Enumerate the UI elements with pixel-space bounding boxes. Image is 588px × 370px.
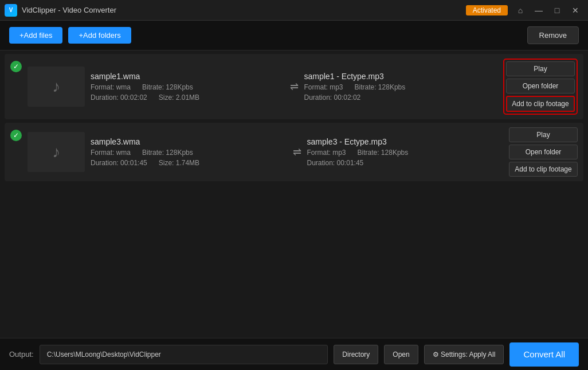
open-folder-button[interactable]: Open folder <box>506 79 575 94</box>
source-file-info: sample1.wma Format: wma Bitrate: 128Kpbs… <box>91 72 284 102</box>
open-button[interactable]: Open <box>384 345 418 364</box>
add-clip-footage-button[interactable]: Add to clip footage <box>509 162 578 177</box>
source-file-info: sample3.wma Format: wma Bitrate: 128Kpbs… <box>91 137 287 167</box>
output-format: Format: mp3 <box>304 83 343 91</box>
file-thumbnail: ♪ <box>28 132 85 172</box>
app-title: VidClipper - Video Converter <box>22 6 116 14</box>
maximize-button[interactable]: □ <box>549 3 565 17</box>
title-bar-left: V VidClipper - Video Converter <box>5 4 466 17</box>
play-button[interactable]: Play <box>506 61 575 76</box>
convert-arrow-icon: ⇌ <box>290 80 299 93</box>
output-file-info: sample1 - Ectype.mp3 Format: mp3 Bitrate… <box>304 72 498 102</box>
add-files-button[interactable]: +Add files <box>9 27 62 44</box>
output-path: C:\Users\MLoong\Desktop\VidClipper <box>40 345 328 364</box>
source-size: Size: 2.01MB <box>159 94 199 102</box>
source-file-meta-1: Format: wma Bitrate: 128Kpbs <box>91 149 287 157</box>
output-bitrate: Bitrate: 128Kpbs <box>355 83 406 91</box>
remove-button[interactable]: Remove <box>527 26 579 44</box>
output-format: Format: mp3 <box>307 149 346 157</box>
action-buttons: Play Open folder Add to clip footage <box>509 127 578 177</box>
title-bar: V VidClipper - Video Converter Activated… <box>0 0 588 21</box>
output-file-meta-1: Format: mp3 Bitrate: 128Kpbs <box>307 149 504 157</box>
source-bitrate: Bitrate: 128Kpbs <box>142 149 193 157</box>
source-duration: Duration: 00:01:45 <box>91 159 147 167</box>
output-file-name: sample3 - Ectype.mp3 <box>307 137 504 146</box>
minimize-button[interactable]: — <box>531 3 547 17</box>
table-row: ✓ ♪ sample1.wma Format: wma Bitrate: 128… <box>5 54 583 119</box>
open-folder-button[interactable]: Open folder <box>509 145 578 159</box>
output-file-meta-2: Duration: 00:02:02 <box>304 94 498 102</box>
music-icon: ♪ <box>52 143 60 161</box>
convert-all-button[interactable]: Convert All <box>509 342 579 367</box>
output-duration: Duration: 00:02:02 <box>304 94 361 102</box>
app-logo: V <box>5 4 17 17</box>
source-file-meta-2: Duration: 00:02:02 Size: 2.01MB <box>91 94 284 102</box>
check-icon: ✓ <box>10 61 22 72</box>
source-size: Size: 1.74MB <box>159 159 199 167</box>
table-row: ✓ ♪ sample3.wma Format: wma Bitrate: 128… <box>5 123 583 181</box>
music-icon: ♪ <box>52 77 60 96</box>
home-button[interactable]: ⌂ <box>512 3 528 17</box>
file-list: ✓ ♪ sample1.wma Format: wma Bitrate: 128… <box>0 50 588 338</box>
source-file-name: sample1.wma <box>91 72 284 81</box>
output-label: Output: <box>9 350 34 359</box>
source-file-name: sample3.wma <box>91 137 287 146</box>
close-button[interactable]: ✕ <box>567 3 583 17</box>
source-file-meta-2: Duration: 00:01:45 Size: 1.74MB <box>91 159 287 167</box>
check-icon: ✓ <box>10 130 22 141</box>
play-button[interactable]: Play <box>509 127 578 142</box>
settings-button[interactable]: ⚙ Settings: Apply All <box>424 345 504 364</box>
activated-badge: Activated <box>466 5 508 15</box>
action-buttons: Play Open folder Add to clip footage <box>506 61 575 112</box>
file-thumbnail: ♪ <box>28 67 85 107</box>
source-duration: Duration: 00:02:02 <box>91 94 147 102</box>
action-buttons-highlighted: Play Open folder Add to clip footage <box>503 59 578 115</box>
directory-button[interactable]: Directory <box>334 345 378 364</box>
toolbar: +Add files +Add folders Remove <box>0 21 588 50</box>
output-duration: Duration: 00:01:45 <box>307 159 364 167</box>
output-file-meta-2: Duration: 00:01:45 <box>307 159 504 167</box>
output-file-meta-1: Format: mp3 Bitrate: 128Kpbs <box>304 83 498 91</box>
convert-arrow-icon: ⇌ <box>293 146 301 158</box>
add-clip-footage-button[interactable]: Add to clip footage <box>506 96 575 112</box>
source-format: Format: wma <box>91 149 131 157</box>
output-file-info: sample3 - Ectype.mp3 Format: mp3 Bitrate… <box>307 137 504 167</box>
output-bitrate: Bitrate: 128Kpbs <box>358 149 409 157</box>
title-bar-controls: ⌂ — □ ✕ <box>512 3 583 17</box>
source-file-meta-1: Format: wma Bitrate: 128Kpbs <box>91 83 284 91</box>
output-file-name: sample1 - Ectype.mp3 <box>304 72 498 81</box>
add-folders-button[interactable]: +Add folders <box>68 27 131 44</box>
bottom-bar: Output: C:\Users\MLoong\Desktop\VidClipp… <box>0 338 588 370</box>
title-bar-center: Activated <box>466 5 508 15</box>
source-format: Format: wma <box>91 83 131 91</box>
source-bitrate: Bitrate: 128Kpbs <box>142 83 193 91</box>
